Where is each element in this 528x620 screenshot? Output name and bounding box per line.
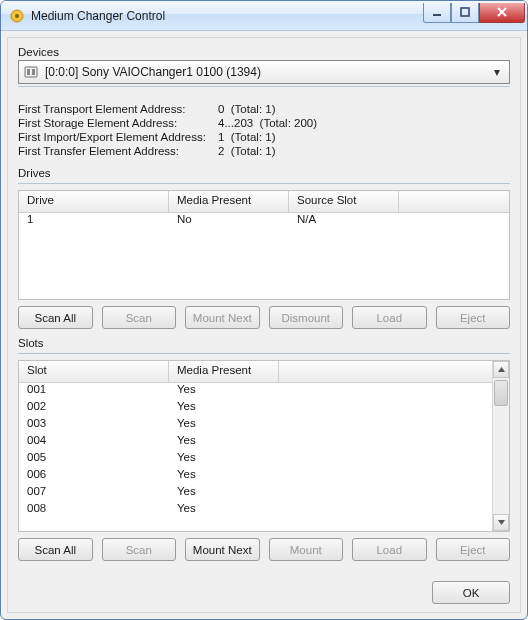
svg-rect-3 bbox=[461, 8, 469, 16]
table-row[interactable]: 004Yes bbox=[19, 434, 492, 451]
titlebar[interactable]: Medium Changer Control bbox=[1, 1, 527, 31]
cell-slot: 006 bbox=[19, 468, 169, 485]
slots-eject-button[interactable]: Eject bbox=[436, 538, 511, 561]
app-icon bbox=[9, 8, 25, 24]
first-transfer-label: First Transfer Element Address: bbox=[18, 145, 218, 157]
col-media-present[interactable]: Media Present bbox=[169, 361, 279, 382]
drives-header: Drive Media Present Source Slot bbox=[19, 191, 509, 213]
col-media-present[interactable]: Media Present bbox=[169, 191, 289, 212]
first-importexport-label: First Import/Export Element Address: bbox=[18, 131, 218, 143]
slots-scan-button[interactable]: Scan bbox=[102, 538, 177, 561]
table-row[interactable]: 006Yes bbox=[19, 468, 492, 485]
slots-header: Slot Media Present bbox=[19, 361, 492, 383]
divider bbox=[18, 353, 510, 354]
slots-grid[interactable]: Slot Media Present 001Yes002Yes003Yes004… bbox=[18, 360, 510, 532]
cell-slot: 005 bbox=[19, 451, 169, 468]
cell-slot: 002 bbox=[19, 400, 169, 417]
chevron-down-icon: ▾ bbox=[489, 65, 505, 79]
ok-button[interactable]: OK bbox=[432, 581, 510, 604]
cell-media-present: No bbox=[169, 213, 289, 230]
devices-label: Devices bbox=[18, 46, 510, 60]
minimize-button[interactable] bbox=[423, 3, 451, 23]
first-importexport-value: 1 (Total: 1) bbox=[218, 131, 510, 143]
cell-slot: 001 bbox=[19, 383, 169, 400]
cell-media-present: Yes bbox=[169, 451, 279, 468]
maximize-button[interactable] bbox=[451, 3, 479, 23]
first-storage-label: First Storage Element Address: bbox=[18, 117, 218, 129]
drives-dismount-button[interactable]: Dismount bbox=[269, 306, 344, 329]
drives-grid[interactable]: Drive Media Present Source Slot 1NoN/A bbox=[18, 190, 510, 300]
first-transport-value: 0 (Total: 1) bbox=[218, 103, 510, 115]
col-spacer bbox=[399, 191, 509, 212]
first-transport-label: First Transport Element Address: bbox=[18, 103, 218, 115]
table-row[interactable]: 007Yes bbox=[19, 485, 492, 502]
cell-media-present: Yes bbox=[169, 468, 279, 485]
drives-eject-button[interactable]: Eject bbox=[436, 306, 511, 329]
cell-source-slot: N/A bbox=[289, 213, 399, 230]
cell-slot: 007 bbox=[19, 485, 169, 502]
svg-rect-2 bbox=[433, 14, 441, 16]
table-row[interactable]: 002Yes bbox=[19, 400, 492, 417]
cell-media-present: Yes bbox=[169, 383, 279, 400]
scroll-down-icon[interactable] bbox=[493, 514, 509, 531]
col-slot[interactable]: Slot bbox=[19, 361, 169, 382]
table-row[interactable]: 005Yes bbox=[19, 451, 492, 468]
svg-rect-5 bbox=[27, 69, 30, 75]
divider bbox=[18, 86, 510, 87]
window-title: Medium Changer Control bbox=[31, 9, 417, 23]
drives-mount-next-button[interactable]: Mount Next bbox=[185, 306, 260, 329]
drives-scan-button[interactable]: Scan bbox=[102, 306, 177, 329]
slots-button-row: Scan All Scan Mount Next Mount Load Ejec… bbox=[18, 538, 510, 561]
app-window: Medium Changer Control Devices bbox=[0, 0, 528, 620]
address-info: First Transport Element Address: 0 (Tota… bbox=[18, 103, 510, 157]
device-select[interactable]: [0:0:0] Sony VAIOChanger1 0100 (1394) ▾ bbox=[18, 60, 510, 84]
drives-load-button[interactable]: Load bbox=[352, 306, 427, 329]
table-row[interactable]: 008Yes bbox=[19, 502, 492, 519]
close-button[interactable] bbox=[479, 3, 525, 23]
table-row[interactable]: 001Yes bbox=[19, 383, 492, 400]
drives-button-row: Scan All Scan Mount Next Dismount Load E… bbox=[18, 306, 510, 329]
cell-slot: 003 bbox=[19, 417, 169, 434]
col-spacer bbox=[279, 361, 492, 382]
drives-label: Drives bbox=[18, 167, 510, 181]
svg-point-1 bbox=[15, 14, 19, 18]
drives-scan-all-button[interactable]: Scan All bbox=[18, 306, 93, 329]
cell-media-present: Yes bbox=[169, 502, 279, 519]
cell-media-present: Yes bbox=[169, 434, 279, 451]
first-transfer-value: 2 (Total: 1) bbox=[218, 145, 510, 157]
scrollbar-track[interactable] bbox=[493, 378, 509, 514]
cell-media-present: Yes bbox=[169, 485, 279, 502]
table-row[interactable]: 1NoN/A bbox=[19, 213, 509, 230]
tape-changer-icon bbox=[23, 64, 39, 80]
slots-mount-button[interactable]: Mount bbox=[269, 538, 344, 561]
col-source-slot[interactable]: Source Slot bbox=[289, 191, 399, 212]
slots-scrollbar[interactable] bbox=[492, 361, 509, 531]
table-row[interactable]: 003Yes bbox=[19, 417, 492, 434]
slots-label: Slots bbox=[18, 337, 510, 351]
divider bbox=[18, 183, 510, 184]
scrollbar-thumb[interactable] bbox=[494, 380, 508, 406]
cell-drive: 1 bbox=[19, 213, 169, 230]
cell-media-present: Yes bbox=[169, 417, 279, 434]
slots-load-button[interactable]: Load bbox=[352, 538, 427, 561]
slots-scan-all-button[interactable]: Scan All bbox=[18, 538, 93, 561]
cell-media-present: Yes bbox=[169, 400, 279, 417]
slots-mount-next-button[interactable]: Mount Next bbox=[185, 538, 260, 561]
cell-slot: 008 bbox=[19, 502, 169, 519]
first-storage-value: 4...203 (Total: 200) bbox=[218, 117, 510, 129]
scroll-up-icon[interactable] bbox=[493, 361, 509, 378]
svg-rect-6 bbox=[32, 69, 35, 75]
col-drive[interactable]: Drive bbox=[19, 191, 169, 212]
svg-rect-4 bbox=[25, 67, 37, 77]
footer-row: OK bbox=[18, 581, 510, 604]
window-controls bbox=[423, 3, 525, 23]
device-selected-text: [0:0:0] Sony VAIOChanger1 0100 (1394) bbox=[45, 65, 483, 79]
cell-slot: 004 bbox=[19, 434, 169, 451]
client-area: Devices [0:0:0] Sony VAIOChanger1 0100 (… bbox=[7, 37, 521, 613]
